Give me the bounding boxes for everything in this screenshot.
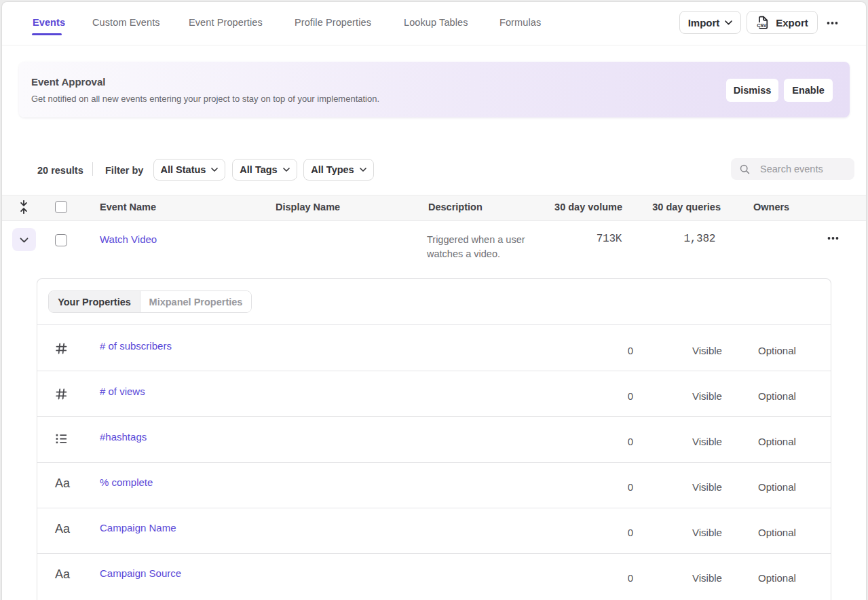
svg-text:CSV: CSV (757, 22, 767, 29)
